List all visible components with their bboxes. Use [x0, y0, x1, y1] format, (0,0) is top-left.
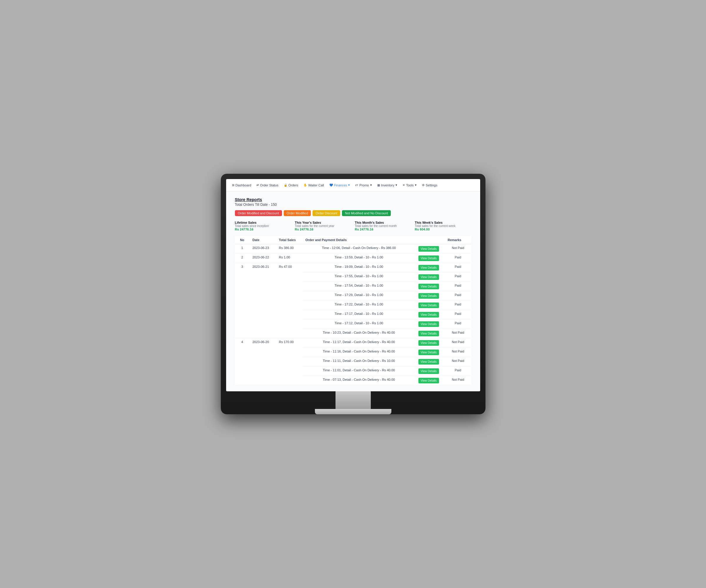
view-details-btn-3-1[interactable]: View Details	[419, 350, 439, 355]
filter-not-modified[interactable]: Not Modified and No Discount	[342, 210, 391, 216]
cell-remark-2-7: Not Paid	[445, 329, 471, 339]
view-details-btn-3-3[interactable]: View Details	[419, 368, 439, 374]
col-header-order: Order and Payment Details	[303, 236, 416, 244]
stat-week: This Week's Sales Total sales for the cu…	[415, 221, 471, 231]
nav-waiter-call[interactable]: ✋ Waiter Call	[301, 182, 326, 188]
cell-remark-0-0: Not Paid	[445, 244, 471, 254]
stats-row: Lifetime Sales Total sales since incepti…	[235, 221, 471, 231]
nav-promo[interactable]: 🏷 Promo ▾	[353, 182, 374, 188]
stat-lifetime-title: Lifetime Sales	[235, 221, 291, 224]
cell-remark-2-5: Paid	[445, 310, 471, 320]
navigation: ⊞ Dashboard ⇌ Order Status 🔒 Orders ✋ Wa…	[226, 179, 480, 191]
nav-order-status[interactable]: ⇌ Order Status	[254, 182, 280, 188]
nav-inventory-label: Inventory	[381, 184, 394, 187]
nav-tools[interactable]: ✕ Tools ▾	[400, 182, 419, 188]
filter-modified[interactable]: Order Modified	[284, 210, 311, 216]
view-details-btn-3-0[interactable]: View Details	[419, 340, 439, 346]
stat-year-title: This Year's Sales	[295, 221, 351, 224]
table-row: 32023-06-21Rs 47.00Time - 19:09, Detail …	[235, 263, 471, 273]
cell-date-2: 2023-06-21	[250, 263, 276, 339]
cell-btn-2-2: View Details	[416, 282, 445, 291]
nav-dashboard-label: Dashboard	[236, 184, 251, 187]
cell-order-detail-2-7: Time - 10:23, Detail - Cash On Delivery …	[303, 329, 416, 339]
cell-remark-3-0: Not Paid	[445, 339, 471, 348]
table-header-row: No Date Total Sales Order and Payment De…	[235, 236, 471, 244]
view-details-btn-2-6[interactable]: View Details	[419, 321, 439, 327]
cell-remark-3-3: Paid	[445, 367, 471, 376]
col-header-no: No	[235, 236, 250, 244]
view-details-btn-2-1[interactable]: View Details	[419, 274, 439, 280]
stat-month-title: This Month's Sales	[355, 221, 411, 224]
cell-date-1: 2023-06-22	[250, 254, 276, 263]
cell-order-detail-3-3: Time - 11:01, Detail - Cash On Delivery …	[303, 367, 416, 376]
cell-remark-3-1: Not Paid	[445, 348, 471, 357]
view-details-btn-2-3[interactable]: View Details	[419, 293, 439, 299]
orders-table-container: No Date Total Sales Order and Payment De…	[235, 236, 471, 385]
nav-settings-label: Settings	[426, 184, 437, 187]
table-row: 42023-06-20Rs 170.00Time - 11:17, Detail…	[235, 339, 471, 348]
cell-total-2: Rs 47.00	[276, 263, 303, 339]
view-details-btn-3-4[interactable]: View Details	[419, 378, 439, 383]
cell-remark-2-3: Paid	[445, 291, 471, 301]
cell-order-detail-2-2: Time - 17:54, Detail - 10 - Rs 1.00	[303, 282, 416, 291]
nav-order-status-label: Order Status	[260, 184, 278, 187]
finances-dropdown-icon: ▾	[348, 183, 350, 187]
col-header-date: Date	[250, 236, 276, 244]
cell-order-detail-2-1: Time - 17:55, Detail - 10 - Rs 1.00	[303, 273, 416, 282]
filter-modified-discount[interactable]: Order Modified and Discount	[235, 210, 282, 216]
cell-btn-3-4: View Details	[416, 376, 445, 385]
stat-lifetime-desc: Total sales since inception	[235, 224, 291, 228]
view-details-btn-2-7[interactable]: View Details	[419, 331, 439, 336]
stat-year: This Year's Sales Total sales for the cu…	[295, 221, 351, 231]
nav-inventory[interactable]: ▦ Inventory ▾	[375, 182, 400, 188]
settings-icon: ⚙	[422, 184, 425, 187]
orders-table: No Date Total Sales Order and Payment De…	[235, 236, 471, 385]
inventory-icon: ▦	[377, 184, 380, 187]
cell-btn-2-6: View Details	[416, 320, 445, 329]
view-details-btn-1-0[interactable]: View Details	[419, 256, 439, 261]
main-content: Store Reports Total Orders Till Date - 1…	[226, 191, 480, 391]
nav-dashboard[interactable]: ⊞ Dashboard	[230, 182, 254, 188]
cell-btn-2-3: View Details	[416, 291, 445, 301]
cell-remark-2-0: Paid	[445, 263, 471, 273]
page-subtitle: Total Orders Till Date - 150	[235, 203, 471, 207]
col-header-sales: Total Sales	[276, 236, 303, 244]
nav-finances[interactable]: 💙 Finances ▾	[327, 182, 353, 188]
stat-week-value: Rs 604.00	[415, 228, 471, 231]
cell-order-detail-2-3: Time - 17:29, Detail - 10 - Rs 1.00	[303, 291, 416, 301]
cell-btn-3-0: View Details	[416, 339, 445, 348]
view-details-btn-0-0[interactable]: View Details	[419, 246, 439, 252]
stat-year-value: Rs 24776.16	[295, 228, 351, 231]
cell-btn-0-0: View Details	[416, 244, 445, 254]
stat-lifetime: Lifetime Sales Total sales since incepti…	[235, 221, 291, 231]
promo-dropdown-icon: ▾	[370, 183, 372, 187]
cell-remark-2-2: Paid	[445, 282, 471, 291]
nav-settings[interactable]: ⚙ Settings	[420, 182, 440, 188]
nav-orders[interactable]: 🔒 Orders	[281, 182, 301, 188]
view-details-btn-2-5[interactable]: View Details	[419, 312, 439, 317]
stat-year-desc: Total sales for the current year	[295, 224, 351, 228]
nav-finances-label: Finances	[334, 184, 347, 187]
cell-total-0: Rs 386.00	[276, 244, 303, 254]
view-details-btn-2-2[interactable]: View Details	[419, 284, 439, 289]
cell-btn-2-5: View Details	[416, 310, 445, 320]
view-details-btn-2-0[interactable]: View Details	[419, 265, 439, 271]
filter-discount[interactable]: Order Discount	[313, 210, 340, 216]
cell-no-3: 4	[235, 339, 250, 385]
cell-remark-2-1: Paid	[445, 273, 471, 282]
cell-btn-2-0: View Details	[416, 263, 445, 273]
cell-no-1: 2	[235, 254, 250, 263]
cell-remark-3-2: Not Paid	[445, 357, 471, 367]
cell-order-detail-2-6: Time - 17:12, Detail - 10 - Rs 1.00	[303, 320, 416, 329]
finances-icon: 💙	[329, 184, 333, 187]
view-details-btn-2-4[interactable]: View Details	[419, 303, 439, 308]
cell-order-detail-3-2: Time - 11:11, Detail - Cash On Delivery …	[303, 357, 416, 367]
promo-icon: 🏷	[355, 184, 358, 187]
filter-buttons: Order Modified and Discount Order Modifi…	[235, 210, 471, 216]
cell-order-detail-1-0: Time - 13:59, Detail - 10 - Rs 1.00	[303, 254, 416, 263]
cell-total-1: Rs 1.00	[276, 254, 303, 263]
orders-icon: 🔒	[284, 184, 287, 187]
inventory-dropdown-icon: ▾	[395, 183, 397, 187]
cell-btn-3-3: View Details	[416, 367, 445, 376]
view-details-btn-3-2[interactable]: View Details	[419, 359, 439, 364]
